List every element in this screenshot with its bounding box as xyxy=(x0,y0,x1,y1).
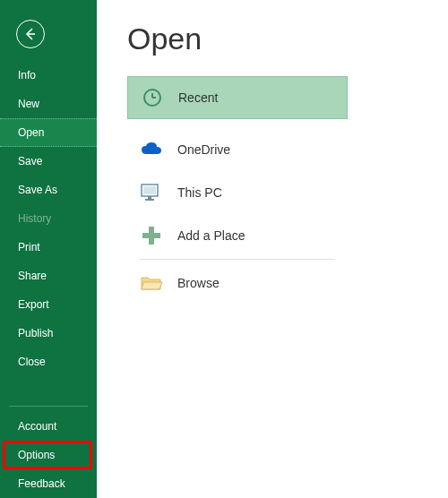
sidebar-item-save[interactable]: Save xyxy=(0,147,97,176)
location-browse[interactable]: Browse xyxy=(127,262,348,305)
sidebar-separator xyxy=(9,406,88,407)
app-root: Info New Open Save Save As History Print… xyxy=(0,0,448,498)
main-panel: Open Recent OneDrive This PC xyxy=(97,0,448,498)
monitor-icon xyxy=(140,181,163,204)
sidebar-item-open[interactable]: Open xyxy=(0,118,97,147)
backstage-sidebar: Info New Open Save Save As History Print… xyxy=(0,0,97,498)
page-title: Open xyxy=(127,21,448,56)
sidebar-item-label: Share xyxy=(18,270,47,282)
svg-rect-6 xyxy=(148,196,151,199)
sidebar-item-label: Save xyxy=(18,155,42,167)
sidebar-menu: Info New Open Save Save As History Print… xyxy=(0,61,97,376)
sidebar-item-feedback[interactable]: Feedback xyxy=(0,469,97,498)
sidebar-item-history: History xyxy=(0,204,97,233)
location-onedrive[interactable]: OneDrive xyxy=(127,128,348,171)
folder-icon xyxy=(140,271,163,295)
sidebar-item-save-as[interactable]: Save As xyxy=(0,176,97,204)
sidebar-item-publish[interactable]: Publish xyxy=(0,319,97,348)
sidebar-item-label: Publish xyxy=(18,327,53,339)
svg-rect-5 xyxy=(143,186,156,194)
sidebar-item-info[interactable]: Info xyxy=(0,61,97,90)
sidebar-item-print[interactable]: Print xyxy=(0,233,97,262)
sidebar-item-label: New xyxy=(18,98,39,110)
sidebar-item-label: History xyxy=(18,212,51,225)
sidebar-item-label: Account xyxy=(18,420,56,433)
sidebar-item-label: Export xyxy=(18,298,49,311)
sidebar-item-options[interactable]: Options xyxy=(3,441,92,469)
plus-icon xyxy=(140,224,163,247)
sidebar-item-share[interactable]: Share xyxy=(0,262,97,290)
location-label: Add a Place xyxy=(177,228,246,243)
sidebar-item-label: Open xyxy=(18,126,44,139)
svg-rect-7 xyxy=(145,199,154,201)
back-button[interactable] xyxy=(16,20,45,48)
location-list: Recent OneDrive This PC Add a Place xyxy=(127,76,348,305)
sidebar-spacer xyxy=(0,376,97,400)
location-divider xyxy=(140,259,335,260)
sidebar-item-label: Options xyxy=(18,449,55,461)
sidebar-item-label: Print xyxy=(18,241,40,253)
sidebar-item-label: Feedback xyxy=(18,477,65,490)
location-label: This PC xyxy=(177,185,222,200)
location-label: OneDrive xyxy=(177,142,230,157)
location-label: Recent xyxy=(178,90,218,105)
sidebar-item-export[interactable]: Export xyxy=(0,290,97,319)
back-arrow-icon xyxy=(23,27,38,41)
sidebar-item-account[interactable]: Account xyxy=(0,412,97,441)
sidebar-item-close[interactable]: Close xyxy=(0,348,97,376)
cloud-icon xyxy=(140,138,163,161)
location-this-pc[interactable]: This PC xyxy=(127,171,348,214)
sidebar-item-new[interactable]: New xyxy=(0,90,97,118)
sidebar-item-label: Info xyxy=(18,69,36,82)
svg-rect-9 xyxy=(142,233,160,238)
clock-icon xyxy=(141,86,164,109)
location-add-place[interactable]: Add a Place xyxy=(127,214,348,257)
location-label: Browse xyxy=(177,276,220,290)
sidebar-item-label: Save As xyxy=(18,184,57,196)
location-recent[interactable]: Recent xyxy=(127,76,348,119)
sidebar-item-label: Close xyxy=(18,356,46,368)
